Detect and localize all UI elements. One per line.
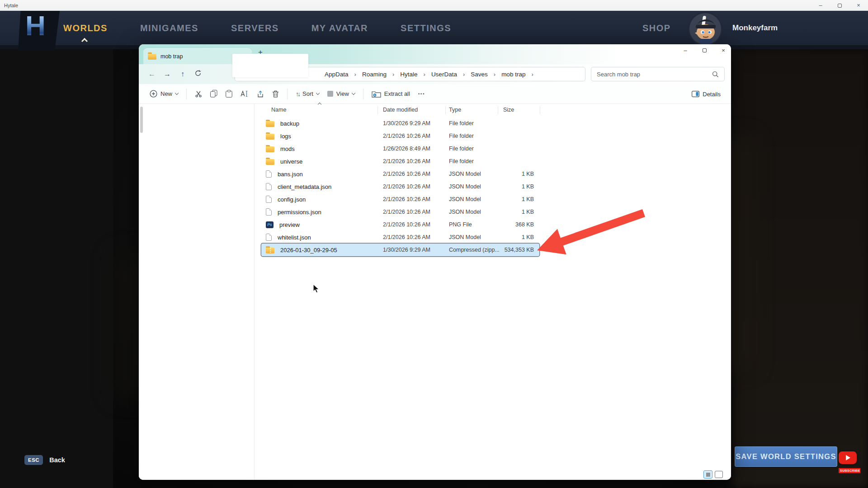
file-row[interactable]: logs2/1/2026 10:26 AMFile folder (261, 130, 539, 142)
breadcrumb-separator-icon: › (389, 71, 397, 78)
details-button[interactable]: Details (688, 87, 725, 101)
column-divider[interactable] (377, 106, 378, 114)
up-button[interactable]: ↑ (175, 70, 190, 78)
json-icon (266, 183, 272, 190)
file-row[interactable]: preview2/1/2026 10:26 AMPNG File368 KB (261, 218, 539, 231)
nav-shop[interactable]: SHOP (642, 11, 671, 45)
file-row[interactable]: bans.json2/1/2026 10:26 AMJSON Model1 KB (261, 168, 539, 180)
type-cell: JSON Model (449, 196, 501, 202)
refresh-button[interactable] (190, 70, 206, 79)
explorer-content: Name Date modified Type Size backup1/30/… (139, 104, 731, 480)
file-list-area: Name Date modified Type Size backup1/30/… (255, 104, 731, 480)
file-name-cell: preview (261, 221, 383, 228)
json-icon (266, 234, 272, 241)
file-row[interactable]: mods1/26/2026 8:49 AMFile folder (261, 142, 539, 155)
breadcrumb-item[interactable]: Hytale (397, 71, 420, 78)
os-window-title: Hytale (4, 3, 18, 8)
file-row[interactable]: permissions.json2/1/2026 10:26 AMJSON Mo… (261, 206, 539, 218)
save-world-settings-button[interactable]: SAVE WORLD SETTINGS (735, 446, 837, 467)
more-button[interactable]: ••• (414, 87, 429, 101)
details-panel-icon (692, 91, 699, 97)
type-cell: JSON Model (449, 183, 501, 190)
share-button[interactable] (253, 87, 268, 101)
extract-all-button[interactable]: Extract all (368, 87, 414, 101)
folder-icon (266, 146, 274, 152)
column-divider[interactable] (498, 106, 498, 114)
file-row[interactable]: whitelist.json2/1/2026 10:26 AMJSON Mode… (261, 231, 539, 244)
file-name: whitelist.json (278, 234, 311, 241)
explorer-maximize-button[interactable] (700, 47, 708, 54)
navpane-scrollbar[interactable] (140, 107, 143, 133)
nav-item-my-avatar[interactable]: MY AVATAR (311, 23, 368, 33)
date-modified-cell: 2/1/2026 10:26 AM (383, 133, 449, 139)
esc-key-badge[interactable]: ESC (24, 455, 43, 465)
type-cell: JSON Model (449, 234, 501, 240)
size-cell: 1 KB (501, 171, 539, 177)
column-header-name[interactable]: Name (271, 107, 286, 113)
breadcrumb-item[interactable]: AppData (322, 71, 351, 78)
column-header-size[interactable]: Size (503, 107, 514, 113)
type-cell: File folder (449, 158, 501, 164)
type-cell: JSON Model (449, 171, 501, 177)
column-header-date[interactable]: Date modified (383, 107, 418, 113)
icons-view-toggle[interactable] (715, 471, 723, 478)
file-name-cell: bans.json (261, 170, 383, 178)
rename-button[interactable] (236, 87, 253, 101)
youtube-play-button[interactable] (839, 451, 857, 464)
os-maximize-button[interactable] (830, 0, 849, 11)
explorer-minimize-button[interactable]: – (681, 47, 689, 54)
file-row-selected[interactable]: 2026-01-30_09-29-051/30/2026 9:29 AMComp… (261, 244, 539, 256)
column-header-type[interactable]: Type (449, 107, 461, 113)
view-button[interactable]: View (323, 87, 359, 101)
file-name: mods (280, 145, 295, 152)
copy-button[interactable] (206, 87, 222, 101)
back-button[interactable]: ← (144, 70, 160, 78)
date-modified-cell: 2/1/2026 10:26 AM (383, 196, 449, 202)
sort-button[interactable]: ↑↓ Sort (292, 87, 323, 101)
censored-overlay (232, 54, 308, 77)
file-row[interactable]: backup1/30/2026 9:29 AMFile folder (261, 117, 539, 130)
explorer-close-button[interactable]: × (719, 47, 727, 54)
forward-button[interactable]: → (160, 70, 175, 78)
json-icon (266, 196, 272, 203)
breadcrumb-separator-icon: › (460, 71, 468, 78)
column-divider[interactable] (445, 106, 446, 114)
paste-button[interactable] (222, 87, 236, 101)
extract-all-icon (372, 90, 381, 98)
nav-item-minigames[interactable]: MINIGAMES (140, 23, 198, 33)
breadcrumb-item[interactable]: Roaming (359, 71, 389, 78)
type-cell: JSON Model (449, 209, 501, 215)
new-button[interactable]: New (146, 87, 182, 101)
nav-item-worlds[interactable]: WORLDS (63, 23, 108, 33)
toolbar-divider (186, 89, 187, 99)
breadcrumb-item[interactable]: Saves (468, 71, 491, 78)
breadcrumb-item[interactable]: UserData (429, 71, 460, 78)
column-divider[interactable] (540, 106, 540, 114)
view-label: View (336, 90, 349, 97)
file-name-cell: logs (261, 133, 383, 140)
file-row[interactable]: universe2/1/2026 10:26 AMFile folder (261, 155, 539, 168)
maximize-icon (838, 4, 842, 8)
hytale-logo[interactable]: H (25, 12, 45, 40)
type-cell: Compressed (zipp... (449, 247, 501, 253)
file-list: backup1/30/2026 9:29 AMFile folderlogs2/… (261, 117, 539, 256)
date-modified-cell: 2/1/2026 10:26 AM (383, 209, 449, 215)
search-box[interactable]: Search mob trap (591, 67, 725, 81)
delete-button[interactable] (268, 87, 283, 101)
avatar[interactable] (688, 12, 722, 46)
os-minimize-button[interactable]: – (811, 0, 830, 11)
breadcrumb-item[interactable]: mob trap (499, 71, 528, 78)
more-icon: ••• (418, 92, 425, 96)
os-close-button[interactable]: × (849, 0, 868, 11)
subscribe-badge[interactable]: SUBSCRIBE (839, 468, 860, 473)
tab-label: mob trap (160, 53, 240, 60)
nav-item-settings[interactable]: SETTINGS (401, 23, 451, 33)
file-name-cell: config.json (261, 196, 383, 203)
search-icon (712, 71, 719, 78)
file-row[interactable]: client_metadata.json2/1/2026 10:26 AMJSO… (261, 180, 539, 193)
nav-item-servers[interactable]: SERVERS (231, 23, 279, 33)
file-row[interactable]: config.json2/1/2026 10:26 AMJSON Model1 … (261, 193, 539, 206)
cut-button[interactable] (191, 87, 206, 101)
refresh-icon (194, 70, 202, 77)
details-view-toggle[interactable] (703, 470, 712, 479)
